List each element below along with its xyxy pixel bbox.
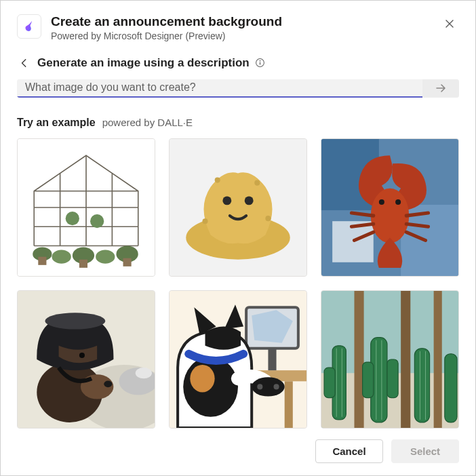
svg-rect-57 <box>387 359 398 398</box>
svg-point-36 <box>45 313 105 329</box>
dialog-footer: Cancel Select <box>17 429 459 463</box>
examples-grid <box>17 138 459 429</box>
svg-point-47 <box>274 384 279 389</box>
designer-icon <box>17 14 41 39</box>
svg-rect-10 <box>79 260 87 268</box>
info-icon[interactable] <box>255 58 265 68</box>
svg-point-46 <box>257 384 262 389</box>
dialog-title: Create an announcement background <box>51 14 431 30</box>
dialog-header: Create an announcement background Powere… <box>17 14 459 41</box>
svg-rect-51 <box>401 291 410 428</box>
svg-point-1 <box>259 60 260 62</box>
svg-point-5 <box>52 250 71 264</box>
svg-rect-54 <box>324 368 335 397</box>
svg-rect-50 <box>354 291 363 428</box>
prompt-input[interactable] <box>17 79 422 98</box>
svg-point-18 <box>202 218 207 224</box>
select-button: Select <box>391 439 459 463</box>
examples-powered-by: powered by DALL·E <box>102 117 193 128</box>
submit-button[interactable] <box>422 79 459 98</box>
create-announcement-bg-dialog: Create an announcement background Powere… <box>0 0 476 476</box>
svg-point-16 <box>222 196 231 205</box>
svg-point-17 <box>245 196 254 205</box>
svg-rect-9 <box>38 257 46 265</box>
examples-header: Try an example powered by DALL·E <box>17 117 459 129</box>
svg-point-19 <box>265 216 271 221</box>
svg-point-27 <box>379 199 384 205</box>
example-greenhouse[interactable] <box>17 138 155 277</box>
prompt-input-wrap <box>17 79 459 98</box>
back-button[interactable] <box>17 57 32 69</box>
svg-point-7 <box>96 250 115 264</box>
svg-point-26 <box>371 189 410 243</box>
example-cactus-collage[interactable] <box>321 290 459 429</box>
svg-point-12 <box>66 212 79 225</box>
cancel-button[interactable]: Cancel <box>315 439 383 463</box>
svg-rect-11 <box>123 258 132 266</box>
svg-rect-58 <box>414 349 429 422</box>
arrow-right-icon <box>434 81 448 95</box>
svg-point-20 <box>215 178 220 183</box>
svg-rect-52 <box>434 291 442 428</box>
example-cat-gaming[interactable] <box>169 290 307 429</box>
svg-rect-59 <box>445 354 457 422</box>
chevron-left-icon <box>20 58 29 68</box>
svg-point-13 <box>90 214 104 228</box>
svg-point-37 <box>79 353 85 358</box>
svg-point-21 <box>254 180 260 186</box>
example-bear-helmet[interactable] <box>17 290 155 429</box>
example-sponge-plush[interactable] <box>169 138 307 277</box>
svg-point-44 <box>190 365 214 392</box>
svg-rect-40 <box>285 381 293 428</box>
example-lobster-painting[interactable] <box>321 138 459 277</box>
close-button[interactable] <box>440 14 459 33</box>
svg-rect-42 <box>268 349 276 370</box>
svg-point-45 <box>252 377 284 396</box>
svg-point-32 <box>136 368 152 378</box>
svg-point-28 <box>395 199 401 205</box>
dialog-subtitle: Powered by Microsoft Designer (Preview) <box>51 31 431 41</box>
svg-point-35 <box>104 381 112 388</box>
examples-heading: Try an example <box>17 117 96 129</box>
svg-rect-2 <box>260 62 260 65</box>
svg-rect-56 <box>363 362 374 398</box>
backrow-label: Generate an image using a description <box>37 56 250 70</box>
close-icon <box>444 18 455 29</box>
breadcrumb: Generate an image using a description <box>17 56 459 70</box>
